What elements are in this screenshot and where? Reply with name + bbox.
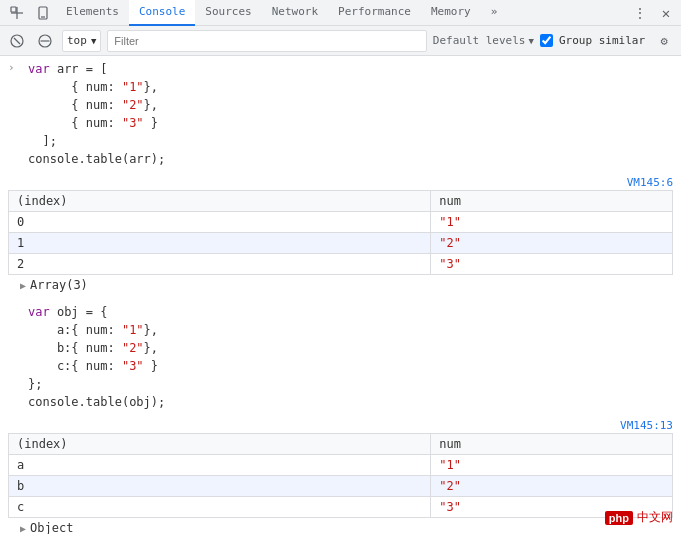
table1-col-index: (index) <box>9 191 431 212</box>
tab-more[interactable]: » <box>481 0 508 26</box>
table1: (index) num 0 "1" 1 "2" 2 "3" <box>8 190 673 275</box>
table2-row2-index: c <box>9 497 431 518</box>
table-row: 0 "1" <box>9 212 673 233</box>
console-area: › var arr = [ { num: "1"}, { num: "2"}, … <box>0 56 681 534</box>
php-cn-text: 中文网 <box>637 509 673 526</box>
group-similar-checkbox[interactable] <box>540 34 553 47</box>
table2-footer[interactable]: ▶ Object <box>0 518 681 534</box>
expand-icon: ▶ <box>20 523 26 534</box>
php-badge-area[interactable]: php 中文网 <box>605 509 673 526</box>
block-icon[interactable] <box>34 30 56 52</box>
inspect-icon[interactable] <box>4 0 30 26</box>
table1-row0-index: 0 <box>9 212 431 233</box>
table-row: 2 "3" <box>9 254 673 275</box>
table1-row1-num: "2" <box>431 233 673 254</box>
tab-elements[interactable]: Elements <box>56 0 129 26</box>
table-section-1: VM145:6 (index) num 0 "1" 1 "2" 2 <box>0 176 681 295</box>
default-levels-dropdown[interactable]: Default levels ▼ <box>433 34 534 47</box>
code-block-1: › var arr = [ { num: "1"}, { num: "2"}, … <box>0 56 681 172</box>
group-similar-label: Group similar <box>559 34 645 47</box>
table2: (index) num a "1" b "2" c "3" <box>8 433 673 518</box>
more-icon[interactable]: ⋮ <box>629 2 651 24</box>
table-row: c "3" <box>9 497 673 518</box>
toolbar: top ▼ Default levels ▼ Group similar ⚙ <box>0 26 681 56</box>
filter-input[interactable] <box>107 30 426 52</box>
arrow-icon: › <box>8 60 15 77</box>
tab-performance[interactable]: Performance <box>328 0 421 26</box>
tab-network[interactable]: Network <box>262 0 328 26</box>
tab-bar-left: Elements Console Sources Network Perform… <box>4 0 507 26</box>
tab-bar: Elements Console Sources Network Perform… <box>0 0 681 26</box>
svg-line-6 <box>14 38 20 44</box>
context-selector[interactable]: top ▼ <box>62 30 101 52</box>
table-row: a "1" <box>9 455 673 476</box>
settings-icon[interactable]: ⚙ <box>653 30 675 52</box>
tab-sources[interactable]: Sources <box>195 0 261 26</box>
levels-chevron-icon: ▼ <box>528 36 533 46</box>
table1-row2-index: 2 <box>9 254 431 275</box>
table1-col-num: num <box>431 191 673 212</box>
chevron-down-icon: ▼ <box>91 36 96 46</box>
php-badge: php <box>605 511 633 525</box>
expand-icon: ▶ <box>20 280 26 291</box>
tab-memory[interactable]: Memory <box>421 0 481 26</box>
table1-footer[interactable]: ▶ Array(3) <box>0 275 681 295</box>
table2-row1-num: "2" <box>431 476 673 497</box>
tab-bar-right: ⋮ ✕ <box>629 2 677 24</box>
table1-row2-num: "3" <box>431 254 673 275</box>
table2-col-num: num <box>431 434 673 455</box>
table2-row1-index: b <box>9 476 431 497</box>
table1-source: VM145:6 <box>0 176 681 189</box>
table2-source: VM145:13 <box>0 419 681 432</box>
code-block-2: var obj = { a:{ num: "1"}, b:{ num: "2"}… <box>0 299 681 415</box>
table2-row0-index: a <box>9 455 431 476</box>
table1-row1-index: 1 <box>9 233 431 254</box>
table2-row0-num: "1" <box>431 455 673 476</box>
mobile-icon[interactable] <box>30 0 56 26</box>
close-icon[interactable]: ✕ <box>655 2 677 24</box>
clear-console-button[interactable] <box>6 30 28 52</box>
table1-row0-num: "1" <box>431 212 673 233</box>
svg-rect-0 <box>11 7 16 12</box>
table-row: 1 "2" <box>9 233 673 254</box>
table2-col-index: (index) <box>9 434 431 455</box>
table-section-2: VM145:13 (index) num a "1" b "2" c <box>0 419 681 534</box>
tab-console[interactable]: Console <box>129 0 195 26</box>
table-row: b "2" <box>9 476 673 497</box>
